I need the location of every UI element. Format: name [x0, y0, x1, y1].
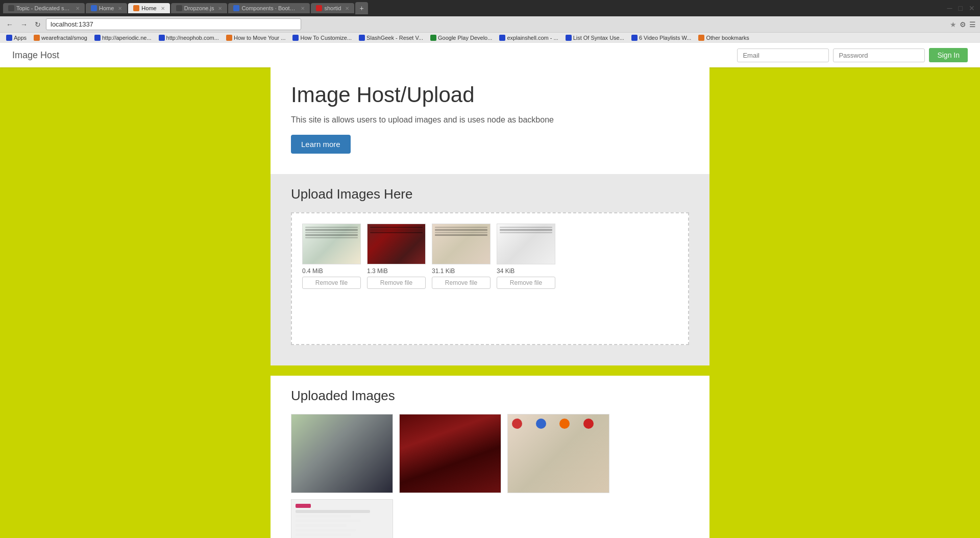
preview-image-2: [367, 224, 426, 264]
bookmark-label-slashgeek: SlashGeek - Reset V...: [366, 35, 423, 41]
file-previews: 0.4 MiB Remove file 1.3 MiB Remove: [302, 224, 678, 289]
password-input[interactable]: [833, 48, 925, 62]
bookmark-video[interactable]: 6 Video Playlists W...: [629, 34, 694, 41]
uploaded-image-3[interactable]: [507, 414, 609, 493]
bookmark-syntax[interactable]: List Of Syntax Use...: [564, 34, 626, 41]
bookmark-icon-slashgeek: [359, 35, 365, 41]
new-tab-icon: +: [359, 4, 363, 12]
tab-close-dropzone[interactable]: ✕: [218, 6, 222, 11]
remove-file-button-3[interactable]: Remove file: [432, 277, 491, 289]
bookmark-googleplay[interactable]: Google Play Develo...: [428, 34, 494, 41]
bookmark-label-customize: How To Customize...: [300, 35, 352, 41]
bookmark-label-syntax: List Of Syntax Use...: [573, 35, 624, 41]
tab-close-home-active[interactable]: ✕: [161, 6, 165, 11]
bookmark-customize[interactable]: How To Customize...: [290, 34, 354, 41]
tab-close-bootstrap[interactable]: ✕: [301, 6, 305, 11]
bookmark-neophob[interactable]: http://neophob.com...: [157, 34, 221, 41]
refresh-button[interactable]: ↻: [33, 19, 43, 30]
tab-favicon-home-active: [133, 5, 139, 11]
learn-more-button[interactable]: Learn more: [291, 135, 351, 154]
file-preview-1: 0.4 MiB Remove file: [302, 224, 361, 289]
uploaded-heading: Uploaded Images: [291, 388, 689, 404]
bookmark-label-wearefractal: wearefractal/smog: [41, 35, 87, 41]
bookmark-label-other: Other bookmarks: [706, 35, 749, 41]
bookmark-label-neophob: http://neophob.com...: [166, 35, 219, 41]
tab-label-topic: Topic - Dedicated serv...: [16, 5, 71, 11]
uploaded-image-2[interactable]: [399, 414, 501, 493]
tab-favicon-home1: [91, 5, 97, 11]
extensions-icon[interactable]: ⚙: [960, 20, 966, 29]
uploaded-section: Uploaded Images: [271, 376, 709, 538]
upload-heading: Upload Images Here: [291, 186, 689, 202]
tab-label-shortid: shortid: [324, 5, 341, 11]
bookmark-apps[interactable]: Apps: [4, 34, 29, 41]
page-wrapper: Image Host Sign In Image Host/Upload Thi…: [0, 43, 980, 538]
tab-label-dropzone: Dropzone.js: [184, 5, 214, 11]
browser-toolbar: ← → ↻ ★ ⚙ ☰: [0, 16, 980, 32]
bookmarks-bar: Apps wearefractal/smog http://aperiodic.…: [0, 32, 980, 43]
remove-file-button-4[interactable]: Remove file: [497, 277, 555, 289]
dropzone[interactable]: 0.4 MiB Remove file 1.3 MiB Remove: [291, 212, 689, 345]
bookmark-slashgeek[interactable]: SlashGeek - Reset V...: [357, 34, 425, 41]
bookmark-icon-neophob: [159, 35, 165, 41]
main-container: Image Host/Upload This site is allows us…: [271, 67, 709, 538]
file-preview-2: 1.3 MiB Remove file: [367, 224, 426, 289]
bookmark-label-explainshell: explainshell.com - ...: [507, 35, 558, 41]
minimize-button[interactable]: ─: [945, 3, 954, 13]
uploaded-image-1[interactable]: [291, 414, 393, 493]
bookmark-icon-explainshell: [499, 35, 505, 41]
star-icon[interactable]: ★: [950, 20, 957, 29]
tab-shortid[interactable]: shortid ✕: [311, 3, 354, 13]
bookmark-move[interactable]: How to Move Your ...: [224, 34, 288, 41]
bookmark-icon-googleplay: [430, 35, 436, 41]
tab-home1[interactable]: Home ✕: [86, 3, 127, 13]
preview-image-1: [302, 224, 361, 264]
tab-topic[interactable]: Topic - Dedicated serv... ✕: [3, 3, 85, 13]
tab-close-home1[interactable]: ✕: [118, 6, 122, 11]
browser-chrome: Topic - Dedicated serv... ✕ Home ✕ Home …: [0, 0, 980, 43]
remove-file-button-1[interactable]: Remove file: [302, 277, 361, 289]
menu-icon[interactable]: ☰: [969, 20, 976, 29]
bookmark-label-aperiodic: http://aperiodic.ne...: [102, 35, 152, 41]
bookmark-icon-customize: [292, 35, 299, 41]
address-bar[interactable]: [46, 18, 301, 30]
tab-favicon-shortid: [316, 5, 322, 11]
tab-home-active[interactable]: Home ✕: [128, 3, 169, 13]
tab-bootstrap[interactable]: Components · Bootstr... ✕: [228, 3, 310, 13]
bookmark-icon-apps: [6, 35, 12, 41]
preview-image-4: [497, 224, 555, 264]
tab-close-topic[interactable]: ✕: [76, 6, 80, 11]
bookmark-label-googleplay: Google Play Develo...: [438, 35, 492, 41]
navbar-right: Sign In: [737, 48, 968, 62]
bookmark-wearefractal[interactable]: wearefractal/smog: [32, 34, 89, 41]
tab-favicon-bootstrap: [233, 5, 239, 11]
maximize-button[interactable]: □: [957, 3, 965, 13]
bookmark-other[interactable]: Other bookmarks: [696, 34, 751, 41]
bookmark-icon-other: [698, 35, 704, 41]
tab-favicon-topic: [8, 5, 14, 11]
back-button[interactable]: ←: [4, 19, 15, 30]
bookmark-icon-syntax: [566, 35, 572, 41]
tab-dropzone[interactable]: Dropzone.js ✕: [171, 3, 228, 13]
bookmark-label-video: 6 Video Playlists W...: [639, 35, 692, 41]
hero-title: Image Host/Upload: [291, 83, 689, 107]
file-size-1: 0.4 MiB: [302, 267, 323, 275]
forward-button[interactable]: →: [18, 19, 30, 30]
bookmark-icon-wearefractal: [34, 35, 40, 41]
email-input[interactable]: [737, 48, 829, 62]
preview-image-3: [432, 224, 491, 264]
file-size-2: 1.3 MiB: [367, 267, 388, 275]
hero-section: Image Host/Upload This site is allows us…: [271, 67, 709, 174]
tab-close-shortid[interactable]: ✕: [345, 6, 349, 11]
remove-file-button-2[interactable]: Remove file: [367, 277, 426, 289]
bookmark-explainshell[interactable]: explainshell.com - ...: [497, 34, 560, 41]
bookmark-aperiodic[interactable]: http://aperiodic.ne...: [92, 34, 154, 41]
close-button[interactable]: ✕: [967, 3, 977, 13]
signin-button[interactable]: Sign In: [929, 48, 968, 62]
uploaded-image-4[interactable]: [291, 499, 393, 538]
tab-label-home1: Home: [99, 5, 114, 11]
tab-new[interactable]: +: [355, 2, 368, 14]
navbar: Image Host Sign In: [0, 43, 980, 67]
bookmark-icon-video: [631, 35, 638, 41]
hero-subtitle: This site is allows users to upload imag…: [291, 115, 689, 125]
